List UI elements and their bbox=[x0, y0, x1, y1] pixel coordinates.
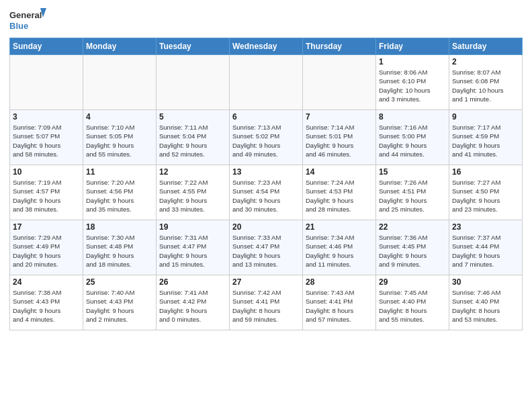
calendar-cell: 29Sunrise: 7:45 AM Sunset: 4:40 PM Dayli… bbox=[376, 275, 449, 330]
calendar-cell: 14Sunrise: 7:24 AM Sunset: 4:53 PM Dayli… bbox=[303, 165, 376, 220]
week-row-5: 24Sunrise: 7:38 AM Sunset: 4:43 PM Dayli… bbox=[10, 275, 523, 330]
day-number: 11 bbox=[86, 167, 153, 177]
day-number: 16 bbox=[452, 167, 519, 177]
calendar-cell bbox=[83, 55, 157, 110]
day-info: Sunrise: 7:33 AM Sunset: 4:47 PM Dayligh… bbox=[232, 233, 300, 269]
calendar-cell: 25Sunrise: 7:40 AM Sunset: 4:43 PM Dayli… bbox=[83, 275, 157, 330]
calendar-cell: 17Sunrise: 7:29 AM Sunset: 4:49 PM Dayli… bbox=[10, 220, 83, 275]
calendar-cell: 1Sunrise: 8:06 AM Sunset: 6:10 PM Daylig… bbox=[376, 55, 449, 110]
week-row-2: 3Sunrise: 7:09 AM Sunset: 5:07 PM Daylig… bbox=[10, 110, 523, 165]
weekday-header-tuesday: Tuesday bbox=[157, 38, 230, 55]
day-info: Sunrise: 7:09 AM Sunset: 5:07 PM Dayligh… bbox=[13, 123, 80, 158]
calendar-cell: 20Sunrise: 7:33 AM Sunset: 4:47 PM Dayli… bbox=[230, 220, 303, 275]
calendar-cell: 6Sunrise: 7:13 AM Sunset: 5:02 PM Daylig… bbox=[230, 110, 303, 165]
day-info: Sunrise: 7:40 AM Sunset: 4:43 PM Dayligh… bbox=[86, 288, 153, 324]
day-number: 24 bbox=[13, 277, 80, 287]
day-number: 17 bbox=[13, 222, 80, 232]
day-info: Sunrise: 7:13 AM Sunset: 5:02 PM Dayligh… bbox=[232, 123, 300, 158]
day-info: Sunrise: 7:38 AM Sunset: 4:43 PM Dayligh… bbox=[13, 288, 80, 324]
calendar-cell: 9Sunrise: 7:17 AM Sunset: 4:59 PM Daylig… bbox=[449, 110, 523, 165]
calendar-cell bbox=[230, 55, 303, 110]
day-info: Sunrise: 7:19 AM Sunset: 4:57 PM Dayligh… bbox=[13, 178, 80, 214]
day-number: 18 bbox=[86, 222, 153, 232]
weekday-header-row: SundayMondayTuesdayWednesdayThursdayFrid… bbox=[10, 38, 523, 55]
day-info: Sunrise: 7:37 AM Sunset: 4:44 PM Dayligh… bbox=[452, 233, 519, 269]
day-number: 26 bbox=[159, 277, 226, 287]
calendar-container: General Blue SundayMondayTuesdayWednesda… bbox=[0, 0, 532, 411]
day-number: 25 bbox=[86, 277, 153, 287]
day-info: Sunrise: 8:07 AM Sunset: 6:08 PM Dayligh… bbox=[452, 68, 519, 103]
day-info: Sunrise: 7:27 AM Sunset: 4:50 PM Dayligh… bbox=[452, 178, 519, 214]
calendar-table: SundayMondayTuesdayWednesdayThursdayFrid… bbox=[9, 38, 523, 330]
weekday-header-saturday: Saturday bbox=[449, 38, 523, 55]
calendar-cell bbox=[10, 55, 83, 110]
calendar-cell: 21Sunrise: 7:34 AM Sunset: 4:46 PM Dayli… bbox=[303, 220, 376, 275]
day-info: Sunrise: 7:24 AM Sunset: 4:53 PM Dayligh… bbox=[306, 178, 373, 214]
day-info: Sunrise: 7:46 AM Sunset: 4:40 PM Dayligh… bbox=[452, 288, 519, 324]
calendar-cell: 24Sunrise: 7:38 AM Sunset: 4:43 PM Dayli… bbox=[10, 275, 83, 330]
day-info: Sunrise: 7:45 AM Sunset: 4:40 PM Dayligh… bbox=[379, 288, 446, 324]
day-number: 3 bbox=[13, 112, 80, 122]
day-info: Sunrise: 8:06 AM Sunset: 6:10 PM Dayligh… bbox=[379, 68, 446, 103]
day-info: Sunrise: 7:42 AM Sunset: 4:41 PM Dayligh… bbox=[232, 288, 300, 324]
day-number: 5 bbox=[159, 112, 226, 122]
calendar-cell: 8Sunrise: 7:16 AM Sunset: 5:00 PM Daylig… bbox=[376, 110, 449, 165]
day-info: Sunrise: 7:41 AM Sunset: 4:42 PM Dayligh… bbox=[159, 288, 226, 324]
calendar-cell: 28Sunrise: 7:43 AM Sunset: 4:41 PM Dayli… bbox=[303, 275, 376, 330]
day-info: Sunrise: 7:29 AM Sunset: 4:49 PM Dayligh… bbox=[13, 233, 80, 269]
calendar-cell: 13Sunrise: 7:23 AM Sunset: 4:54 PM Dayli… bbox=[230, 165, 303, 220]
day-number: 9 bbox=[452, 112, 519, 122]
calendar-cell: 11Sunrise: 7:20 AM Sunset: 4:56 PM Dayli… bbox=[83, 165, 157, 220]
logo-svg: General Blue bbox=[9, 7, 46, 32]
day-info: Sunrise: 7:10 AM Sunset: 5:05 PM Dayligh… bbox=[86, 123, 153, 158]
day-info: Sunrise: 7:30 AM Sunset: 4:48 PM Dayligh… bbox=[86, 233, 153, 269]
calendar-cell: 16Sunrise: 7:27 AM Sunset: 4:50 PM Dayli… bbox=[449, 165, 523, 220]
weekday-header-sunday: Sunday bbox=[10, 38, 83, 55]
day-number: 1 bbox=[379, 57, 446, 66]
day-number: 23 bbox=[452, 222, 519, 232]
day-number: 2 bbox=[452, 57, 519, 66]
calendar-cell: 5Sunrise: 7:11 AM Sunset: 5:04 PM Daylig… bbox=[157, 110, 230, 165]
calendar-cell: 7Sunrise: 7:14 AM Sunset: 5:01 PM Daylig… bbox=[303, 110, 376, 165]
day-info: Sunrise: 7:34 AM Sunset: 4:46 PM Dayligh… bbox=[306, 233, 373, 269]
calendar-cell: 30Sunrise: 7:46 AM Sunset: 4:40 PM Dayli… bbox=[449, 275, 523, 330]
svg-text:General: General bbox=[9, 10, 42, 20]
day-number: 20 bbox=[232, 222, 300, 232]
day-number: 7 bbox=[306, 112, 373, 122]
calendar-cell: 15Sunrise: 7:26 AM Sunset: 4:51 PM Dayli… bbox=[376, 165, 449, 220]
day-number: 29 bbox=[379, 277, 446, 287]
day-number: 15 bbox=[379, 167, 446, 177]
svg-text:Blue: Blue bbox=[9, 21, 28, 31]
weekday-header-wednesday: Wednesday bbox=[230, 38, 303, 55]
day-info: Sunrise: 7:23 AM Sunset: 4:54 PM Dayligh… bbox=[232, 178, 300, 214]
day-number: 30 bbox=[452, 277, 519, 287]
calendar-cell bbox=[157, 55, 230, 110]
calendar-cell: 3Sunrise: 7:09 AM Sunset: 5:07 PM Daylig… bbox=[10, 110, 83, 165]
day-number: 8 bbox=[379, 112, 446, 122]
calendar-cell: 18Sunrise: 7:30 AM Sunset: 4:48 PM Dayli… bbox=[83, 220, 157, 275]
calendar-cell: 4Sunrise: 7:10 AM Sunset: 5:05 PM Daylig… bbox=[83, 110, 157, 165]
calendar-cell: 27Sunrise: 7:42 AM Sunset: 4:41 PM Dayli… bbox=[230, 275, 303, 330]
day-number: 6 bbox=[232, 112, 300, 122]
day-info: Sunrise: 7:43 AM Sunset: 4:41 PM Dayligh… bbox=[306, 288, 373, 324]
weekday-header-friday: Friday bbox=[376, 38, 449, 55]
day-number: 4 bbox=[86, 112, 153, 122]
calendar-cell: 10Sunrise: 7:19 AM Sunset: 4:57 PM Dayli… bbox=[10, 165, 83, 220]
day-info: Sunrise: 7:20 AM Sunset: 4:56 PM Dayligh… bbox=[86, 178, 153, 214]
day-info: Sunrise: 7:22 AM Sunset: 4:55 PM Dayligh… bbox=[159, 178, 226, 214]
calendar-cell: 23Sunrise: 7:37 AM Sunset: 4:44 PM Dayli… bbox=[449, 220, 523, 275]
day-number: 13 bbox=[232, 167, 300, 177]
week-row-4: 17Sunrise: 7:29 AM Sunset: 4:49 PM Dayli… bbox=[10, 220, 523, 275]
day-info: Sunrise: 7:16 AM Sunset: 5:00 PM Dayligh… bbox=[379, 123, 446, 158]
day-info: Sunrise: 7:11 AM Sunset: 5:04 PM Dayligh… bbox=[159, 123, 226, 158]
day-number: 22 bbox=[379, 222, 446, 232]
weekday-header-monday: Monday bbox=[83, 38, 157, 55]
calendar-cell bbox=[303, 55, 376, 110]
weekday-header-thursday: Thursday bbox=[303, 38, 376, 55]
day-info: Sunrise: 7:31 AM Sunset: 4:47 PM Dayligh… bbox=[159, 233, 226, 269]
header: General Blue bbox=[9, 7, 523, 32]
calendar-cell: 19Sunrise: 7:31 AM Sunset: 4:47 PM Dayli… bbox=[157, 220, 230, 275]
calendar-cell: 2Sunrise: 8:07 AM Sunset: 6:08 PM Daylig… bbox=[449, 55, 523, 110]
day-number: 28 bbox=[306, 277, 373, 287]
calendar-cell: 12Sunrise: 7:22 AM Sunset: 4:55 PM Dayli… bbox=[157, 165, 230, 220]
